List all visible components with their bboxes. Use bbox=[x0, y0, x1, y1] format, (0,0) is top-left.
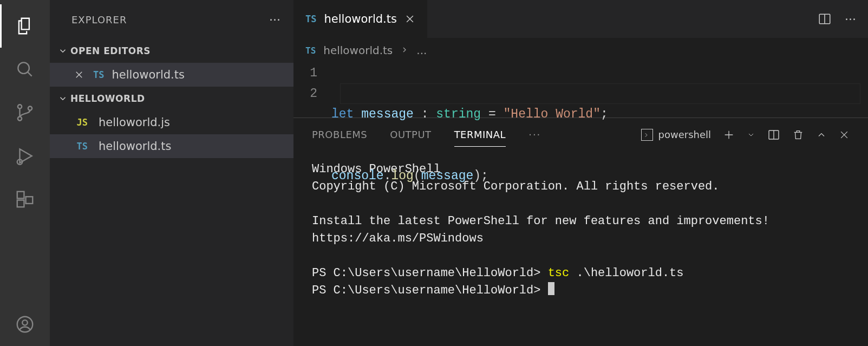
breadcrumb-file: helloworld.ts bbox=[323, 44, 393, 57]
terminal-cursor bbox=[548, 282, 554, 295]
activity-search[interactable] bbox=[0, 48, 50, 91]
code-line: console.log(message); bbox=[331, 166, 608, 186]
file-item-ts[interactable]: TS helloworld.ts bbox=[50, 134, 293, 158]
editor-tab[interactable]: TS helloworld.ts bbox=[293, 0, 428, 38]
split-editor-icon[interactable] bbox=[818, 12, 832, 26]
file-item-js[interactable]: JS helloworld.js bbox=[50, 110, 293, 134]
line-number: 2 bbox=[305, 83, 317, 104]
maximize-panel-icon[interactable] bbox=[816, 129, 827, 140]
account-icon bbox=[15, 314, 35, 335]
files-icon bbox=[15, 16, 35, 36]
ts-badge: TS bbox=[305, 14, 316, 24]
more-icon[interactable]: ··· bbox=[845, 12, 856, 26]
terminal-shell-picker[interactable]: powershell bbox=[641, 129, 712, 141]
code-editor[interactable]: 1 2 let message : string = "Hello World"… bbox=[293, 63, 868, 117]
ts-badge: TS bbox=[93, 69, 104, 80]
ts-badge: TS bbox=[305, 45, 316, 56]
folder-file-list: JS helloworld.js TS helloworld.ts bbox=[50, 110, 293, 158]
explorer-header: EXPLORER ··· bbox=[50, 0, 293, 39]
terminal-prompt: PS C:\Users\username\HelloWorld> bbox=[312, 284, 548, 297]
panel-actions: powershell bbox=[641, 128, 850, 141]
line-number: 1 bbox=[305, 63, 317, 83]
tab-filename: helloworld.ts bbox=[324, 12, 396, 25]
main-area: TS helloworld.ts ··· TS helloworld.ts ..… bbox=[293, 0, 868, 346]
tab-actions: ··· bbox=[806, 0, 868, 38]
chevron-down-icon bbox=[55, 46, 70, 56]
svg-point-2 bbox=[18, 116, 22, 120]
chevron-right-icon bbox=[400, 44, 409, 57]
panel-tab-terminal[interactable]: TERMINAL bbox=[454, 129, 506, 140]
breadcrumb-tail: ... bbox=[416, 44, 427, 57]
open-editors-label: OPEN EDITORS bbox=[70, 45, 151, 56]
close-panel-icon[interactable] bbox=[839, 129, 850, 140]
extensions-icon bbox=[15, 189, 35, 210]
svg-point-3 bbox=[28, 106, 32, 110]
terminal-args: .\helloworld.ts bbox=[569, 266, 683, 280]
file-name: helloworld.ts bbox=[99, 140, 171, 153]
open-editor-filename: helloworld.ts bbox=[112, 68, 184, 81]
svg-rect-6 bbox=[17, 200, 24, 207]
terminal-prompt: PS C:\Users\username\HelloWorld> bbox=[312, 266, 548, 280]
open-editors-section[interactable]: OPEN EDITORS bbox=[50, 39, 293, 63]
debug-icon bbox=[15, 146, 35, 166]
svg-rect-7 bbox=[26, 197, 33, 204]
svg-rect-5 bbox=[17, 192, 24, 199]
explorer-title: EXPLORER bbox=[71, 14, 269, 25]
activity-source-control[interactable] bbox=[0, 91, 50, 134]
terminal-line: https://aka.ms/PSWindows bbox=[312, 232, 484, 245]
folder-label: HELLOWORLD bbox=[70, 93, 145, 104]
explorer-more-icon[interactable]: ··· bbox=[269, 13, 280, 27]
chevron-down-icon[interactable] bbox=[747, 130, 755, 139]
editor-tabbar: TS helloworld.ts ··· bbox=[293, 0, 868, 38]
close-icon[interactable] bbox=[73, 70, 86, 80]
activity-run-debug[interactable] bbox=[0, 134, 50, 178]
shell-name: powershell bbox=[658, 129, 712, 140]
activity-explorer[interactable] bbox=[0, 4, 50, 48]
split-terminal-icon[interactable] bbox=[767, 128, 780, 141]
file-name: helloworld.js bbox=[99, 116, 170, 129]
terminal-command: tsc bbox=[548, 266, 570, 280]
svg-point-1 bbox=[18, 105, 22, 108]
new-terminal-icon[interactable] bbox=[723, 129, 735, 141]
chevron-down-icon bbox=[55, 94, 70, 103]
close-icon[interactable] bbox=[404, 14, 415, 24]
ts-badge: TS bbox=[77, 141, 88, 152]
search-icon bbox=[15, 59, 35, 80]
activity-account[interactable] bbox=[0, 303, 50, 346]
explorer-sidebar: EXPLORER ··· OPEN EDITORS TS helloworld.… bbox=[50, 0, 293, 346]
js-badge: JS bbox=[77, 117, 88, 128]
activity-extensions[interactable] bbox=[0, 178, 50, 221]
branch-icon bbox=[15, 102, 35, 123]
code-line: let message : string = "Hello World"; bbox=[331, 104, 608, 125]
folder-section[interactable]: HELLOWORLD bbox=[50, 87, 293, 110]
svg-point-9 bbox=[22, 320, 28, 325]
open-editor-item[interactable]: TS helloworld.ts bbox=[50, 63, 293, 87]
trash-icon[interactable] bbox=[792, 129, 804, 141]
terminal-icon bbox=[641, 129, 653, 141]
line-gutter: 1 2 bbox=[305, 63, 331, 117]
breadcrumb[interactable]: TS helloworld.ts ... bbox=[293, 38, 868, 63]
code-content: let message : string = "Hello World"; co… bbox=[331, 63, 608, 117]
activity-bar bbox=[0, 0, 50, 346]
